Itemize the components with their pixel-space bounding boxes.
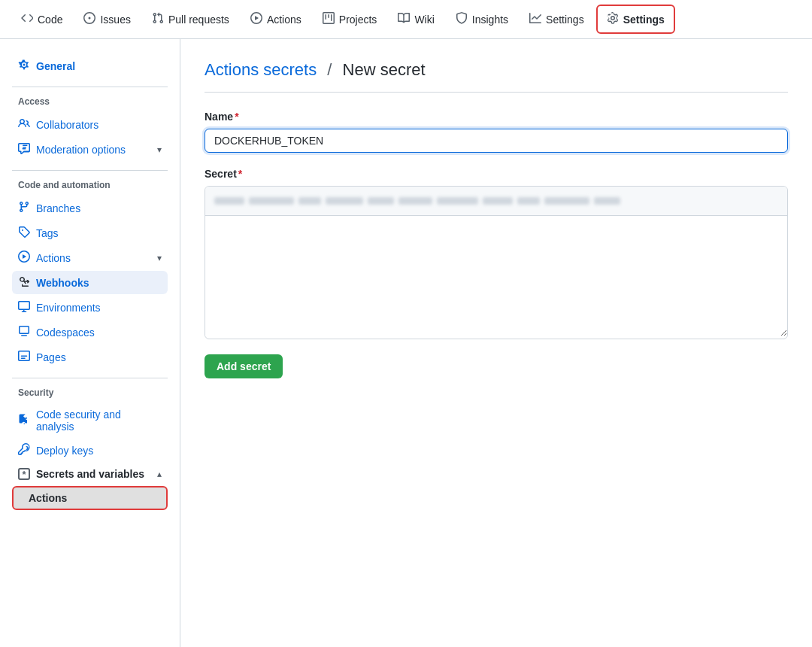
nav-item-projects[interactable]: Projects (314, 6, 386, 32)
insights-icon (529, 12, 541, 26)
nav-actions-label: Actions (267, 14, 301, 26)
code-security-icon (18, 414, 30, 428)
nav-wiki-label: Wiki (414, 14, 434, 26)
wiki-icon (398, 12, 410, 26)
nav-settings-label: Settings (623, 14, 665, 26)
sidebar-divider-3 (12, 378, 168, 378)
issues-icon (83, 12, 95, 26)
pages-icon (18, 350, 30, 364)
sidebar-item-environments[interactable]: Environments (12, 296, 168, 319)
sidebar-item-collaborators[interactable]: Collaborators (12, 113, 168, 136)
required-marker: * (235, 111, 238, 123)
access-section-label: Access (12, 96, 168, 107)
sidebar-item-webhooks[interactable]: Webhooks (12, 271, 168, 294)
sidebar-collaborators-label: Collaborators (36, 119, 98, 131)
nav-item-security[interactable]: Insights (447, 6, 517, 32)
main-content: Actions secrets / New secret Name* Secre… (180, 39, 812, 647)
nav-projects-label: Projects (339, 14, 377, 26)
add-secret-button[interactable]: Add secret (205, 354, 283, 378)
name-input[interactable] (205, 129, 788, 153)
secret-form-group: Secret* (205, 168, 788, 339)
nav-item-pull-requests[interactable]: Pull requests (143, 6, 238, 32)
security-section-label: Security (12, 387, 168, 398)
settings-icon (607, 12, 619, 26)
name-label: Name* (205, 111, 788, 123)
sidebar-divider-1 (12, 87, 168, 87)
secret-textarea-wrapper (205, 186, 788, 339)
actions-sidebar-icon (18, 251, 30, 265)
pr-icon (152, 12, 164, 26)
page-title: New secret (343, 60, 426, 79)
sidebar-deploy-keys-label: Deploy keys (36, 445, 93, 457)
nav-security-label: Insights (472, 14, 508, 26)
nav-insights-label: Settings (546, 14, 584, 26)
sidebar-secrets-label: Secrets and variables (36, 468, 144, 480)
nav-item-issues[interactable]: Issues (74, 6, 139, 32)
moderation-icon (18, 142, 30, 156)
actions-chevron-down-icon: ▾ (157, 253, 162, 263)
sidebar-item-code-security[interactable]: Code security and analysis (12, 404, 168, 437)
nav-item-actions[interactable]: Actions (241, 6, 311, 32)
sidebar-item-tags[interactable]: Tags (12, 221, 168, 245)
security-icon (456, 12, 468, 26)
page-header: Actions secrets / New secret (205, 60, 788, 93)
tags-icon (18, 226, 30, 240)
sidebar-item-general[interactable]: General (12, 54, 168, 77)
sidebar-item-actions[interactable]: Actions ▾ (12, 246, 168, 269)
sidebar-sub-item-actions[interactable]: Actions (12, 486, 168, 510)
webhooks-icon (18, 275, 30, 290)
sidebar-moderation-label: Moderation options (36, 144, 126, 156)
nav-item-wiki[interactable]: Wiki (389, 6, 443, 32)
codespaces-icon (18, 325, 30, 339)
projects-icon (323, 12, 335, 26)
secrets-chevron-up-icon: ▴ (157, 469, 162, 479)
page-layout: General Access Collaborators Moderation … (0, 39, 812, 647)
secret-textarea[interactable] (205, 216, 787, 336)
sidebar-pages-label: Pages (36, 351, 66, 363)
environments-icon (18, 300, 30, 314)
sidebar-item-deploy-keys[interactable]: Deploy keys (12, 439, 168, 462)
secrets-icon: * (18, 468, 30, 480)
nav-item-insights[interactable]: Settings (520, 6, 593, 32)
nav-issues-label: Issues (100, 14, 130, 26)
sidebar-item-secrets-variables[interactable]: * Secrets and variables ▴ (12, 463, 168, 484)
collaborators-icon (18, 117, 30, 132)
gear-icon (18, 59, 30, 73)
sidebar-divider-2 (12, 170, 168, 171)
actions-icon (250, 12, 262, 26)
breadcrumb-separator: / (327, 60, 332, 79)
deploy-keys-icon (18, 443, 30, 457)
secret-blurred-hint (205, 187, 787, 216)
branches-icon (18, 201, 30, 215)
code-icon (21, 12, 33, 26)
name-form-group: Name* (205, 111, 788, 153)
top-navigation: Code Issues Pull requests Actions Projec… (0, 0, 812, 39)
chevron-down-icon: ▾ (157, 144, 162, 155)
nav-pr-label: Pull requests (168, 14, 229, 26)
sidebar-item-branches[interactable]: Branches (12, 196, 168, 220)
sidebar-item-codespaces[interactable]: Codespaces (12, 320, 168, 344)
nav-item-code[interactable]: Code (12, 6, 71, 32)
sidebar-tags-label: Tags (36, 227, 59, 239)
nav-code-label: Code (38, 14, 62, 26)
sidebar-item-moderation[interactable]: Moderation options ▾ (12, 138, 168, 161)
sidebar-actions-sub-label: Actions (29, 492, 67, 504)
sidebar-webhooks-label: Webhooks (36, 277, 89, 289)
sidebar-branches-label: Branches (36, 202, 80, 214)
code-automation-section-label: Code and automation (12, 180, 168, 190)
breadcrumb-link[interactable]: Actions secrets (205, 60, 317, 79)
sidebar-codespaces-label: Codespaces (36, 327, 95, 339)
sidebar-general-label: General (36, 60, 75, 72)
sidebar-item-pages[interactable]: Pages (12, 345, 168, 369)
secret-label: Secret* (205, 168, 788, 180)
sidebar-code-security-label: Code security and analysis (36, 409, 162, 433)
sidebar: General Access Collaborators Moderation … (0, 39, 180, 647)
nav-item-settings[interactable]: Settings (596, 5, 675, 34)
sidebar-environments-label: Environments (36, 302, 101, 314)
sidebar-actions-label: Actions (36, 252, 71, 264)
secret-required-marker: * (238, 168, 242, 180)
